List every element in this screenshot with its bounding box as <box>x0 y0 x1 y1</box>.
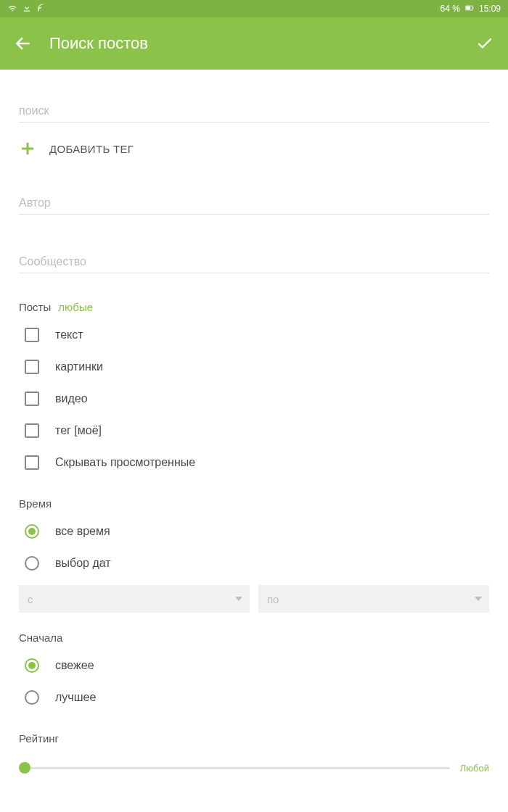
back-button[interactable] <box>9 29 38 58</box>
posts-hint: любые <box>58 301 93 313</box>
checkbox-icon <box>25 392 39 406</box>
add-tag-button[interactable]: ДОБАВИТЬ ТЕГ <box>19 140 489 157</box>
confirm-button[interactable] <box>470 29 499 58</box>
clock-text: 15:09 <box>479 4 501 14</box>
add-tag-label: ДОБАВИТЬ ТЕГ <box>49 143 134 155</box>
author-input[interactable] <box>19 191 489 215</box>
checkbox-icon <box>25 423 39 438</box>
radio-date-range[interactable]: выбор дат <box>19 547 489 579</box>
checkbox-icon <box>25 455 39 470</box>
signal-icon <box>36 3 46 15</box>
rating-value: Любой <box>460 763 489 774</box>
date-from-select[interactable]: с <box>19 585 250 613</box>
rating-slider[interactable]: Любой <box>19 759 489 776</box>
radio-icon <box>25 556 39 571</box>
checkbox-icon <box>25 360 39 374</box>
time-header: Время <box>19 497 489 510</box>
toolbar: Поиск постов <box>0 17 508 70</box>
rating-label: Рейтинг <box>19 732 59 745</box>
sort-label: Сначала <box>19 631 62 644</box>
slider-thumb[interactable] <box>19 762 30 774</box>
plus-icon <box>19 140 36 157</box>
radio-all-time[interactable]: все время <box>19 515 489 547</box>
checkbox-tag-mine[interactable]: тег [моё] <box>19 415 489 447</box>
chevron-down-icon <box>235 597 242 601</box>
chevron-down-icon <box>475 597 482 601</box>
download-icon <box>22 3 32 15</box>
checkbox-hide-viewed[interactable]: Скрывать просмотренные <box>19 447 489 478</box>
radio-icon <box>25 524 39 539</box>
radio-fresh[interactable]: свежее <box>19 650 489 682</box>
checkbox-images[interactable]: картинки <box>19 351 489 383</box>
posts-label: Посты <box>19 301 51 313</box>
radio-best[interactable]: лучшее <box>19 682 489 713</box>
status-bar: 64 % 15:09 <box>0 0 508 17</box>
wifi-icon <box>7 3 17 15</box>
radio-icon <box>25 690 39 705</box>
checkbox-video[interactable]: видео <box>19 383 489 415</box>
slider-track <box>19 767 450 769</box>
radio-icon <box>25 658 39 673</box>
posts-header: Посты любые <box>19 301 489 313</box>
date-to-select[interactable]: по <box>258 585 489 613</box>
checkbox-text[interactable]: текст <box>19 319 489 351</box>
sort-header: Сначала <box>19 631 489 644</box>
community-input[interactable] <box>19 249 489 273</box>
checkbox-icon <box>25 328 39 342</box>
battery-icon <box>464 3 475 15</box>
time-label: Время <box>19 497 52 510</box>
search-input[interactable] <box>19 99 489 123</box>
page-title: Поиск постов <box>49 34 470 53</box>
rating-header: Рейтинг <box>19 732 489 745</box>
battery-text: 64 % <box>441 4 460 14</box>
